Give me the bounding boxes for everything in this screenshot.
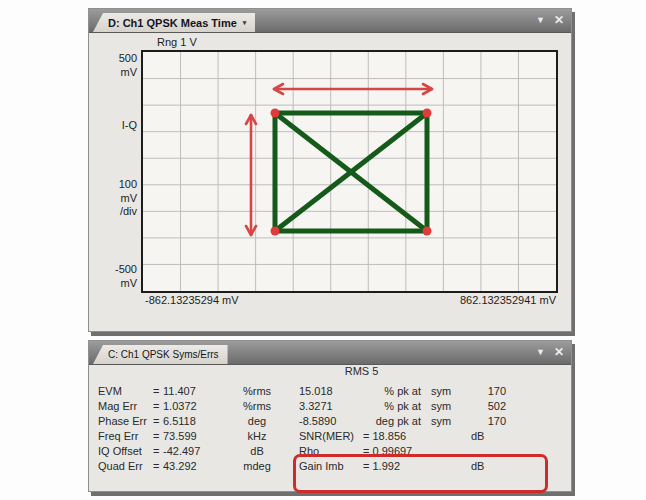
err-rms-value: -42.497	[163, 445, 200, 457]
sym-label: sym	[431, 400, 451, 412]
errs-titlebar: C: Ch1 QPSK Syms/Errs ▼ ✕	[89, 341, 571, 365]
table-row-phase-err: Phase Err = 6.5118 deg -8.5890 deg pk at…	[89, 415, 571, 429]
tab-meas-time-label: D: Ch1 QPSK Meas Time	[108, 17, 237, 29]
tab-syms-errs-label: C: Ch1 QPSK Syms/Errs	[108, 349, 219, 360]
err-peak-value: 15.018	[299, 385, 333, 397]
err-peak-value: 3.3271	[299, 400, 333, 412]
err-unit: mdeg	[231, 460, 283, 472]
extra-unit: dB	[471, 430, 484, 442]
equals-sign: =	[153, 415, 159, 427]
sym-value: 170	[466, 415, 506, 427]
window-menu-icon[interactable]: ▼	[536, 348, 545, 357]
close-icon[interactable]: ✕	[554, 14, 564, 26]
table-row-freq-err: Freq Err = 73.599 kHz SNR(MER)= 18.856 d…	[89, 430, 571, 444]
err-name: Mag Err	[98, 400, 137, 412]
x-axis-left-label: -862.13235294 mV	[145, 294, 239, 306]
y-axis-bottom-label: -500 mV	[91, 263, 137, 290]
sym-label: sym	[431, 415, 451, 427]
table-row-mag-err: Mag Err = 1.0372 %rms 3.3271 % pk at sym…	[89, 400, 571, 414]
err-name: EVM	[98, 385, 122, 397]
gain-imbalance-highlight	[293, 454, 548, 493]
tab-dropdown-icon[interactable]: ▾	[243, 19, 247, 26]
equals-sign: =	[153, 400, 159, 412]
err-peak-label: % pk at	[339, 400, 421, 412]
range-label: Rng 1 V	[157, 36, 197, 48]
sym-value: 502	[466, 400, 506, 412]
equals-sign: =	[153, 460, 159, 472]
vsa-screen: D: Ch1 QPSK Meas Time ▾ ▼ ✕ Rng 1 V 500 …	[0, 0, 646, 500]
extra-measurement: SNR(MER)= 18.856	[299, 430, 406, 442]
table-row-evm: EVM = 11.407 %rms 15.018 % pk at sym 170	[89, 385, 571, 399]
equals-sign: =	[153, 385, 159, 397]
extra-name: SNR(MER)	[299, 430, 363, 442]
trace-format-label: I-Q	[91, 119, 137, 133]
close-icon[interactable]: ✕	[554, 346, 564, 358]
meas-titlebar: D: Ch1 QPSK Meas Time ▾ ▼ ✕	[89, 9, 571, 33]
tab-syms-errs[interactable]: C: Ch1 QPSK Syms/Errs	[93, 345, 228, 364]
errs-window-controls: ▼ ✕	[536, 341, 564, 363]
tab-meas-time[interactable]: D: Ch1 QPSK Meas Time ▾	[93, 13, 255, 32]
y-axis-top-label: 500 mV	[91, 52, 137, 79]
err-unit: kHz	[231, 430, 283, 442]
constellation-svg	[143, 52, 556, 291]
equals-sign: =	[153, 430, 159, 442]
err-name: Quad Err	[98, 460, 143, 472]
err-unit: dB	[231, 445, 283, 457]
err-rms-value: 11.407	[163, 385, 196, 397]
err-name: Freq Err	[98, 430, 138, 442]
meas-time-window: D: Ch1 QPSK Meas Time ▾ ▼ ✕ Rng 1 V 500 …	[88, 8, 572, 332]
err-peak-value: -8.5890	[299, 415, 336, 427]
err-rms-value: 1.0372	[163, 400, 197, 412]
err-rms-value: 43.292	[163, 460, 197, 472]
constellation-plot[interactable]	[141, 50, 558, 293]
equals-sign: =	[153, 445, 159, 457]
err-name: Phase Err	[98, 415, 147, 427]
err-name: IQ Offset	[98, 445, 142, 457]
y-axis-scale-label: 100 mV /div	[91, 178, 137, 219]
extra-value: = 18.856	[363, 430, 406, 442]
err-rms-value: 6.5118	[163, 415, 196, 427]
err-peak-label: % pk at	[339, 385, 421, 397]
syms-errs-window: C: Ch1 QPSK Syms/Errs ▼ ✕ RMS 5 EVM = 11…	[88, 340, 572, 492]
err-unit: deg	[231, 415, 283, 427]
meas-window-controls: ▼ ✕	[536, 9, 564, 31]
err-peak-label: deg pk at	[339, 415, 421, 427]
err-unit: %rms	[231, 385, 283, 397]
x-axis-right-label: 862.132352941 mV	[334, 294, 556, 306]
sym-value: 170	[466, 385, 506, 397]
sym-label: sym	[431, 385, 451, 397]
window-menu-icon[interactable]: ▼	[536, 16, 545, 25]
err-rms-value: 73.599	[163, 430, 197, 442]
rms-header: RMS 5	[259, 365, 464, 377]
err-unit: %rms	[231, 400, 283, 412]
